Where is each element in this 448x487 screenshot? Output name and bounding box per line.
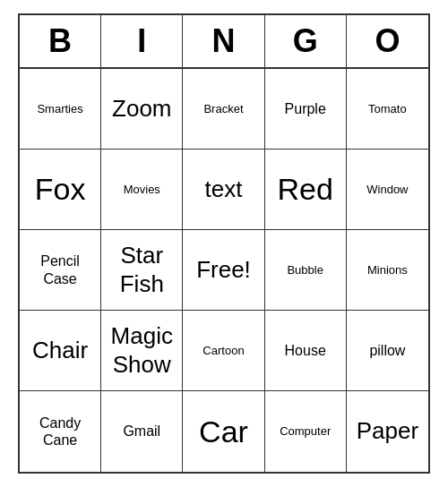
cell-label: Zoom bbox=[112, 95, 171, 123]
cell-r2-c0: PencilCase bbox=[20, 230, 101, 311]
cell-label: pillow bbox=[369, 342, 405, 359]
cell-label: Window bbox=[366, 183, 408, 197]
cell-r0-c4: Tomato bbox=[347, 69, 428, 150]
cell-r2-c4: Minions bbox=[347, 230, 428, 311]
cell-r4-c2: Car bbox=[183, 391, 264, 472]
cell-label: Movies bbox=[124, 183, 160, 197]
cell-r4-c4: Paper bbox=[347, 391, 428, 472]
cell-r3-c0: Chair bbox=[20, 311, 101, 391]
cell-r4-c1: Gmail bbox=[101, 391, 183, 472]
cell-label: StarFish bbox=[120, 242, 164, 297]
cell-r0-c1: Zoom bbox=[101, 69, 183, 150]
cell-r3-c3: House bbox=[265, 311, 347, 391]
cell-r0-c0: Smarties bbox=[20, 69, 101, 150]
cell-r1-c4: Window bbox=[347, 150, 428, 230]
cell-label: Gmail bbox=[123, 423, 160, 440]
cell-label: House bbox=[285, 342, 326, 359]
bingo-header: BINGO bbox=[20, 15, 428, 69]
header-letter: G bbox=[265, 15, 347, 67]
header-letter: B bbox=[20, 15, 101, 67]
cell-label: MagicShow bbox=[111, 322, 173, 378]
cell-r4-c0: CandyCane bbox=[20, 391, 101, 472]
cell-label: Minions bbox=[367, 263, 408, 278]
cell-label: Red bbox=[278, 171, 333, 208]
cell-label: text bbox=[205, 175, 243, 203]
cell-label: Computer bbox=[280, 424, 331, 439]
cell-label: Bubble bbox=[287, 263, 323, 278]
cell-label: Fox bbox=[35, 171, 86, 208]
header-letter: I bbox=[101, 15, 183, 67]
cell-label: PencilCase bbox=[40, 252, 80, 286]
cell-r1-c0: Fox bbox=[20, 150, 101, 230]
cell-r0-c2: Bracket bbox=[183, 69, 264, 150]
cell-label: Free! bbox=[196, 256, 251, 284]
bingo-grid: SmartiesZoomBracketPurpleTomatoFoxMovies… bbox=[20, 69, 428, 472]
cell-label: Paper bbox=[357, 417, 418, 445]
cell-r1-c1: Movies bbox=[101, 150, 183, 230]
cell-r3-c1: MagicShow bbox=[101, 311, 183, 391]
cell-label: Purple bbox=[285, 100, 326, 117]
cell-label: Bracket bbox=[203, 102, 243, 116]
cell-r3-c4: pillow bbox=[347, 311, 428, 391]
header-letter: O bbox=[347, 15, 428, 67]
cell-r1-c3: Red bbox=[265, 150, 347, 230]
header-letter: N bbox=[183, 15, 264, 67]
bingo-card: BINGO SmartiesZoomBracketPurpleTomatoFox… bbox=[18, 13, 430, 474]
cell-r2-c1: StarFish bbox=[101, 230, 183, 311]
cell-label: CandyCane bbox=[39, 414, 81, 449]
cell-label: Chair bbox=[32, 337, 88, 364]
cell-r3-c2: Cartoon bbox=[183, 311, 264, 391]
cell-label: Tomato bbox=[368, 102, 407, 116]
cell-label: Car bbox=[199, 414, 248, 450]
cell-r0-c3: Purple bbox=[265, 69, 347, 150]
cell-r2-c3: Bubble bbox=[265, 230, 347, 311]
cell-label: Cartoon bbox=[202, 344, 244, 358]
cell-r1-c2: text bbox=[183, 150, 264, 230]
cell-label: Smarties bbox=[37, 102, 82, 116]
cell-r2-c2: Free! bbox=[183, 230, 264, 311]
cell-r4-c3: Computer bbox=[265, 391, 347, 472]
